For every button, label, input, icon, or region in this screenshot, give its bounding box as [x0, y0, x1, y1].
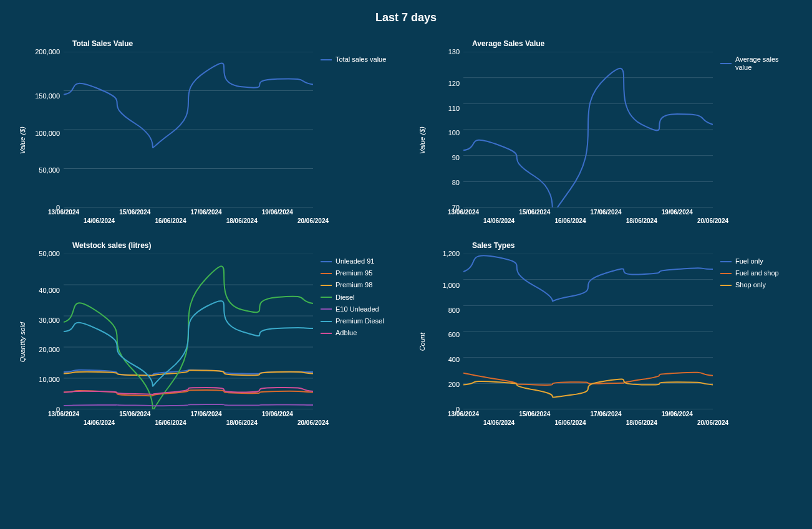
legend-swatch: [321, 273, 332, 274]
legend-item: Fuel and shop: [720, 269, 783, 277]
chart-panel-sales-types: Sales Types Count 1,2001,000800600400200…: [418, 241, 793, 431]
legend-item: Adblue: [321, 329, 384, 337]
legend-swatch: [321, 308, 332, 310]
chart-legend: Unleaded 91Premium 95Premium 98DieselE10…: [321, 257, 384, 337]
chart-legend: Average sales value: [720, 55, 789, 72]
y-tick-label: 800: [448, 307, 460, 313]
legend-label: E10 Unleaded: [336, 305, 379, 313]
y-tick-label: 50,000: [39, 167, 60, 174]
y-tick-label: 200: [448, 381, 460, 388]
x-tick-label: 16/06/2024: [554, 419, 586, 426]
legend-swatch: [720, 285, 732, 286]
y-ticks: 1,2001,0008006004002000: [432, 254, 463, 409]
chart-series-line: [463, 255, 713, 301]
legend-item: Unleaded 91: [321, 257, 384, 265]
chart-legend: Total sales value: [321, 55, 386, 64]
legend-item: Diesel: [321, 293, 384, 302]
chart-series-line: [64, 404, 313, 406]
chart-title: Wetstock sales (litres): [72, 241, 394, 250]
legend-label: Total sales value: [336, 55, 386, 64]
y-tick-label: 80: [452, 179, 460, 186]
x-tick-label: 14/06/2024: [84, 419, 115, 426]
x-tick-label: 18/06/2024: [626, 419, 657, 426]
legend-swatch: [321, 321, 332, 322]
legend-swatch: [720, 273, 732, 274]
legend-label: Average sales value: [735, 55, 789, 72]
x-tick-label: 14/06/2024: [84, 217, 115, 224]
x-tick-label: 15/06/2024: [519, 209, 550, 216]
x-tick-label: 20/06/2024: [297, 419, 329, 426]
y-tick-label: 40,000: [39, 287, 60, 293]
y-axis-label: Count: [418, 333, 430, 351]
y-tick-label: 30,000: [39, 317, 60, 323]
y-ticks: 50,00040,00030,00020,00010,0000: [32, 254, 64, 409]
y-tick-label: 130: [448, 49, 460, 55]
y-axis-label: Value ($): [19, 126, 30, 154]
x-tick-label: 16/06/2024: [155, 217, 186, 224]
legend-swatch: [321, 261, 332, 262]
x-ticks: 13/06/202414/06/202415/06/202416/06/2024…: [64, 409, 313, 431]
legend-item: Average sales value: [720, 55, 789, 72]
legend-swatch: [321, 297, 332, 298]
legend-swatch: [720, 63, 732, 64]
x-tick-label: 19/06/2024: [662, 209, 693, 216]
legend-label: Unleaded 91: [336, 257, 374, 265]
legend-swatch: [321, 285, 332, 286]
chart-series-line: [463, 69, 713, 207]
legend-label: Shop only: [735, 281, 766, 289]
legend-item: Fuel only: [720, 257, 783, 265]
chart-panel-wetstock: Wetstock sales (litres) Quantity sold 50…: [19, 241, 394, 431]
x-ticks: 13/06/202414/06/202415/06/202416/06/2024…: [463, 207, 713, 229]
legend-label: Premium 95: [336, 269, 372, 277]
chart-plot: [64, 52, 313, 207]
x-tick-label: 15/06/2024: [119, 209, 150, 216]
y-axis-label: Value ($): [418, 126, 430, 154]
y-tick-label: 20,000: [39, 346, 60, 353]
legend-item: Total sales value: [321, 55, 386, 64]
y-tick-label: 400: [448, 356, 460, 363]
legend-item: E10 Unleaded: [321, 305, 384, 313]
legend-label: Adblue: [336, 329, 357, 337]
x-tick-label: 20/06/2024: [697, 419, 728, 426]
x-tick-label: 17/06/2024: [191, 411, 222, 417]
y-tick-label: 100: [448, 130, 460, 136]
x-tick-label: 17/06/2024: [191, 209, 222, 216]
x-ticks: 13/06/202414/06/202415/06/202416/06/2024…: [463, 409, 713, 431]
y-tick-label: 200,000: [35, 49, 60, 55]
y-ticks: 200,000150,000100,00050,0000: [32, 52, 64, 207]
chart-legend: Fuel onlyFuel and shopShop only: [720, 257, 783, 290]
y-tick-label: 150,000: [35, 92, 60, 99]
legend-swatch: [321, 59, 332, 60]
x-ticks: 13/06/202414/06/202415/06/202416/06/2024…: [64, 207, 313, 229]
chart-panel-total-sales: Total Sales Value Value ($) 200,000150,0…: [19, 39, 394, 229]
x-tick-label: 18/06/2024: [626, 217, 657, 224]
y-ticks: 130120110100908070: [432, 52, 463, 207]
y-tick-label: 110: [448, 105, 460, 112]
x-tick-label: 13/06/2024: [448, 411, 479, 417]
x-tick-label: 13/06/2024: [48, 209, 79, 216]
x-tick-label: 15/06/2024: [119, 411, 150, 417]
page-title: Last 7 days: [0, 0, 812, 27]
legend-label: Fuel only: [735, 257, 763, 265]
y-tick-label: 100,000: [35, 130, 60, 136]
chart-plot: [64, 254, 313, 409]
legend-swatch: [321, 333, 332, 334]
y-axis-label: Quantity sold: [19, 322, 30, 362]
legend-label: Diesel: [336, 293, 355, 302]
x-tick-label: 18/06/2024: [226, 217, 258, 224]
x-tick-label: 20/06/2024: [297, 217, 329, 224]
x-tick-label: 13/06/2024: [48, 411, 79, 417]
legend-swatch: [720, 261, 732, 262]
legend-label: Premium 98: [336, 281, 372, 289]
y-tick-label: 10,000: [39, 376, 60, 383]
chart-title: Total Sales Value: [72, 39, 394, 48]
chart-plot: [463, 52, 713, 207]
dashboard-grid: Total Sales Value Value ($) 200,000150,0…: [0, 27, 812, 449]
y-tick-label: 600: [448, 331, 460, 338]
x-tick-label: 13/06/2024: [448, 209, 479, 216]
x-tick-label: 15/06/2024: [519, 411, 550, 417]
legend-item: Premium 98: [321, 281, 384, 289]
x-tick-label: 17/06/2024: [591, 411, 622, 417]
legend-item: Premium Diesel: [321, 317, 384, 325]
chart-title: Average Sales Value: [472, 39, 793, 48]
